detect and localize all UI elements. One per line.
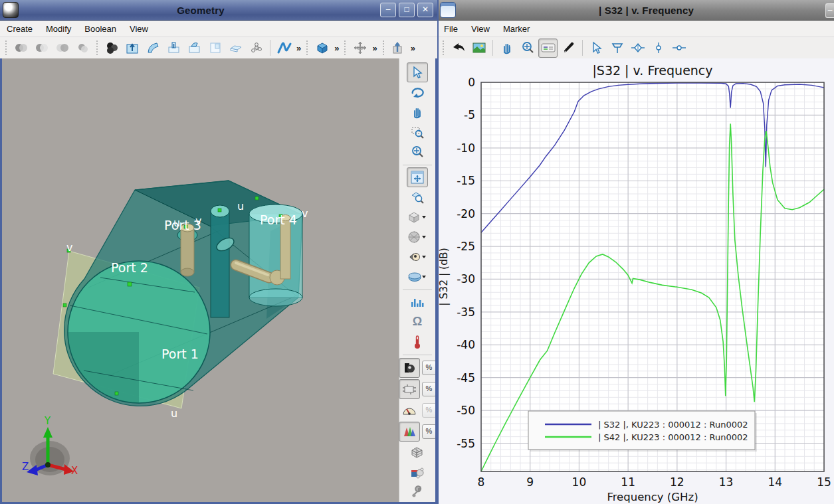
select-cursor-button[interactable]	[407, 62, 428, 82]
cones-percent-button[interactable]: %	[422, 424, 437, 439]
display-lens-button[interactable]	[407, 267, 428, 287]
display-light-button[interactable]	[407, 247, 428, 267]
export-image-button[interactable]	[469, 39, 488, 58]
boolean-union-button[interactable]	[11, 39, 31, 58]
display-cube-button[interactable]	[407, 207, 428, 227]
settings-wrench-button[interactable]	[407, 482, 428, 502]
toolbar-grip[interactable]	[344, 40, 347, 56]
plot-titlebar[interactable]: | S32 | v. Frequency –	[437, 0, 834, 21]
menu-view[interactable]: View	[465, 22, 496, 36]
svg-text:14: 14	[768, 475, 782, 489]
marker-horizontal-button[interactable]	[669, 39, 688, 58]
simulation-button[interactable]	[407, 462, 428, 482]
legend-toggle-button[interactable]	[538, 39, 558, 58]
zoom-extents-button[interactable]	[407, 187, 428, 207]
menu-boolean[interactable]: Boolean	[78, 22, 123, 36]
geometry-titlebar[interactable]: Geometry – □ ✕	[0, 0, 437, 21]
minimize-button[interactable]: –	[825, 3, 834, 18]
zoom-interactive-button[interactable]	[407, 142, 428, 162]
marker-flag-button[interactable]	[607, 39, 627, 58]
toolbar-grip[interactable]	[306, 40, 309, 56]
sheet-face-button[interactable]	[205, 39, 225, 58]
vertex-cloud-button[interactable]	[247, 39, 266, 58]
zoom-window-button[interactable]	[407, 122, 428, 142]
display-sphere-button[interactable]	[407, 227, 428, 247]
open-shell-button[interactable]	[185, 39, 204, 58]
plot-bars-button[interactable]	[407, 292, 428, 312]
menu-modify[interactable]: Modify	[39, 22, 78, 36]
toolbar-grip[interactable]	[382, 40, 385, 56]
slab-button[interactable]	[226, 39, 245, 58]
svg-text:12: 12	[670, 475, 684, 489]
boolean-intersect-button[interactable]	[52, 39, 72, 58]
select-cursor-button[interactable]	[587, 39, 606, 58]
boolean-subtract-button[interactable]	[32, 39, 51, 58]
material-percent-button[interactable]: %	[422, 361, 437, 375]
extrude-solid-button[interactable]	[123, 39, 142, 58]
triad-x-label: X	[71, 465, 78, 477]
zoom-interactive-button[interactable]	[518, 39, 537, 58]
pan-hand-button[interactable]	[497, 39, 516, 58]
close-button[interactable]: ✕	[417, 3, 433, 17]
primitive-spheres-button[interactable]	[102, 39, 122, 58]
plot-window: | S32 | v. Frequency – File View Marker	[437, 0, 834, 504]
svg-text:13: 13	[719, 475, 734, 489]
undo-arrow-button[interactable]	[449, 39, 468, 58]
lift-solid-button[interactable]	[389, 39, 408, 58]
toolbar-grip[interactable]	[96, 40, 99, 56]
center-view-button[interactable]	[407, 167, 428, 187]
menu-file[interactable]: File	[437, 22, 465, 36]
port1-label: Port 1	[161, 347, 199, 361]
spline-curve-button[interactable]	[274, 39, 294, 58]
svg-text:8: 8	[478, 475, 485, 489]
rotate-view-button[interactable]	[407, 82, 428, 102]
toolbar-separator	[270, 40, 270, 56]
geometry-3d-viewport[interactable]: Port 1 Port 2 Port 3 Port 4 v u u v u v	[2, 58, 399, 502]
menu-create[interactable]: Create	[0, 22, 39, 36]
geometry-app-icon	[3, 2, 19, 18]
port4-label: Port 4	[260, 212, 297, 227]
axis-triad: X Y Z	[22, 415, 78, 477]
mesh-display-button[interactable]	[407, 442, 428, 462]
menu-view[interactable]: View	[123, 22, 155, 36]
transform-move-button[interactable]	[350, 39, 369, 58]
boolean-trim-button[interactable]	[73, 39, 92, 58]
svg-text:-25: -25	[457, 240, 475, 253]
marker-vertical-button[interactable]	[649, 39, 668, 58]
model-display-button[interactable]	[399, 379, 420, 399]
svg-text:0: 0	[468, 76, 475, 89]
punch-hole-button[interactable]	[164, 39, 183, 58]
overflow-chevron[interactable]: »	[295, 43, 302, 53]
gauge-display-button[interactable]	[399, 400, 420, 420]
toolbar-grip[interactable]	[442, 40, 445, 56]
marker-crosshair-button[interactable]	[628, 39, 647, 58]
svg-text:10: 10	[572, 475, 587, 489]
field-cones-button[interactable]	[399, 422, 420, 442]
gauge-percent-button[interactable]: %	[422, 403, 437, 418]
menu-marker[interactable]: Marker	[496, 22, 536, 36]
overflow-chevron[interactable]: »	[371, 43, 378, 53]
svg-text:| S42 |, KU223 : 000012 : Run0: | S42 |, KU223 : 000012 : Run0002	[598, 432, 748, 442]
geometry-window-buttons: – □ ✕	[380, 3, 433, 17]
port4-u-label: u	[237, 200, 244, 212]
overflow-chevron[interactable]: »	[409, 43, 417, 53]
minimize-button[interactable]: –	[380, 3, 396, 17]
solid-cube-button[interactable]	[312, 39, 332, 58]
pan-hand-button[interactable]	[407, 102, 428, 122]
sweep-solid-button[interactable]	[144, 39, 163, 58]
svg-text:11: 11	[621, 475, 635, 489]
overflow-chevron[interactable]: »	[333, 43, 340, 53]
toolbar-grip[interactable]	[5, 40, 8, 56]
material-display-button[interactable]	[399, 358, 420, 378]
plane-u-label: u	[171, 407, 177, 420]
maximize-button[interactable]: □	[399, 3, 415, 17]
svg-text:Frequency (GHz): Frequency (GHz)	[607, 491, 698, 503]
annotate-pen-button[interactable]	[559, 39, 578, 58]
svg-text:| S32 |, KU223 : 000012 : Run0: | S32 |, KU223 : 000012 : Run0002	[598, 420, 748, 430]
plot-area[interactable]: 0-5-10-15-20-25-30-35-40-45-50-558910111…	[437, 58, 834, 504]
sidebar-grip[interactable]	[409, 60, 426, 61]
impedance-omega-button[interactable]: Ω	[407, 312, 428, 332]
port3-v-label: v	[195, 214, 201, 227]
thermal-button[interactable]	[407, 332, 428, 352]
model-percent-button[interactable]: %	[422, 382, 437, 396]
